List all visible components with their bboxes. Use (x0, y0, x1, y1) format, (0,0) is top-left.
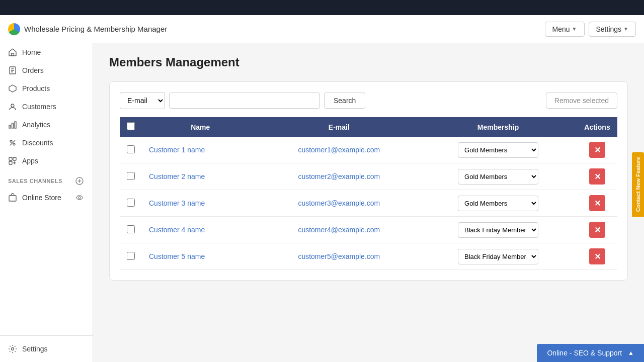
search-button[interactable]: Search (324, 93, 365, 109)
add-sales-channel-button[interactable] (74, 176, 85, 186)
sidebar-item-apps[interactable]: Apps (0, 152, 93, 170)
bottom-bar-label: Online - SEO & Support (547, 349, 622, 357)
sidebar-item-home[interactable]: Home (0, 43, 93, 61)
feedback-tab-label: Contact New Feature (635, 157, 641, 212)
sidebar-footer: Settings (0, 335, 93, 362)
actions-cell-0: ✕ (577, 137, 617, 163)
sidebar-item-label-customers: Customers (22, 103, 56, 111)
store-icon (8, 193, 17, 202)
sidebar-item-label-analytics: Analytics (22, 121, 50, 129)
menu-button[interactable]: Menu ▼ (545, 22, 585, 37)
sales-channels-section: SALES CHANNELS (0, 170, 93, 188)
top-bar (0, 0, 644, 15)
members-table: Name E-mail Membership Actions Customer … (120, 117, 617, 270)
online-store-eye-icon[interactable] (74, 193, 85, 203)
delete-button-2[interactable]: ✕ (589, 195, 605, 211)
customer-name-0[interactable]: Customer 1 name (142, 137, 259, 163)
customer-name-2[interactable]: Customer 3 name (142, 190, 259, 217)
members-card: E-mail Name Search Remove selected Name … (109, 81, 628, 281)
actions-column-header: Actions (577, 117, 617, 137)
settings-button[interactable]: Settings ▼ (589, 22, 636, 37)
row-checkbox-2[interactable] (127, 199, 135, 207)
customer-name-1[interactable]: Customer 2 name (142, 163, 259, 190)
membership-select-3[interactable]: Gold MembersBlack Friday MembersNone (458, 222, 538, 238)
delete-button-0[interactable]: ✕ (589, 142, 605, 158)
settings-label: Settings (596, 25, 622, 33)
svg-rect-0 (12, 53, 14, 56)
search-filter-select[interactable]: E-mail Name (120, 92, 165, 109)
discounts-icon (8, 138, 17, 147)
sidebar: Home Orders Products Customers Analytics… (0, 43, 93, 362)
online-store-actions (74, 193, 85, 203)
table-row: Customer 5 name customer5@example.com Go… (120, 243, 617, 270)
settings-chevron-icon: ▼ (623, 26, 628, 32)
membership-select-0[interactable]: Gold MembersBlack Friday MembersNone (458, 142, 538, 158)
actions-cell-1: ✕ (577, 163, 617, 190)
table-header-row: Name E-mail Membership Actions (120, 117, 617, 137)
customer-name-4[interactable]: Customer 5 name (142, 243, 259, 270)
svg-point-23 (12, 348, 14, 350)
sidebar-item-label-apps: Apps (22, 157, 38, 165)
membership-cell-4: Gold MembersBlack Friday MembersNone (419, 243, 577, 270)
row-checkbox-1[interactable] (127, 172, 135, 180)
actions-cell-4: ✕ (577, 243, 617, 270)
sidebar-item-analytics[interactable]: Analytics (0, 116, 93, 134)
membership-cell-0: Gold MembersBlack Friday MembersNone (419, 137, 577, 163)
customer-email-1: customer2@example.com (259, 163, 420, 190)
main-content: Members Management E-mail Name Search Re… (93, 43, 644, 362)
table-body: Customer 1 name customer1@example.com Go… (120, 137, 617, 270)
row-checkbox-cell-4 (120, 243, 142, 270)
search-bar: E-mail Name Search Remove selected (120, 92, 617, 109)
sidebar-item-orders[interactable]: Orders (0, 61, 93, 79)
online-store-item[interactable]: Online Store (0, 188, 93, 207)
svg-rect-8 (15, 122, 16, 128)
delete-button-3[interactable]: ✕ (589, 222, 605, 238)
home-icon (8, 48, 17, 57)
customer-email-2: customer3@example.com (259, 190, 420, 217)
svg-point-21 (76, 196, 83, 200)
svg-rect-13 (13, 157, 16, 160)
sidebar-item-label-products: Products (22, 84, 50, 93)
nav-items-container: Home Orders Products Customers Analytics… (0, 43, 93, 170)
customer-name-3[interactable]: Customer 4 name (142, 217, 259, 243)
sidebar-item-customers[interactable]: Customers (0, 98, 93, 116)
sidebar-item-discounts[interactable]: Discounts (0, 134, 93, 152)
bottom-bar-chevron-icon: ▲ (628, 349, 634, 356)
membership-cell-1: Gold MembersBlack Friday MembersNone (419, 163, 577, 190)
table-row: Customer 2 name customer2@example.com Go… (120, 163, 617, 190)
svg-point-10 (13, 143, 15, 145)
row-checkbox-cell-3 (120, 217, 142, 243)
svg-rect-14 (9, 161, 12, 164)
table-row: Customer 4 name customer4@example.com Go… (120, 217, 617, 243)
feedback-tab[interactable]: Contact New Feature (632, 152, 644, 217)
svg-line-11 (10, 140, 15, 145)
analytics-icon (8, 120, 17, 129)
delete-button-1[interactable]: ✕ (589, 168, 605, 185)
app-header: Wholesale Pricing & Membership Manager M… (0, 15, 644, 43)
delete-button-4[interactable]: ✕ (589, 248, 605, 264)
menu-chevron-icon: ▼ (572, 26, 577, 32)
products-icon (8, 84, 17, 93)
sidebar-item-label-orders: Orders (22, 66, 44, 74)
row-checkbox-3[interactable] (127, 225, 135, 233)
search-input[interactable] (169, 93, 320, 109)
name-column-header: Name (142, 117, 259, 137)
sidebar-item-settings[interactable]: Settings (0, 340, 93, 358)
app-header-right: Menu ▼ Settings ▼ (545, 22, 636, 37)
layout: Home Orders Products Customers Analytics… (0, 43, 644, 362)
app-title: Wholesale Pricing & Membership Manager (24, 25, 167, 33)
row-checkbox-4[interactable] (127, 252, 135, 260)
select-all-checkbox[interactable] (127, 122, 135, 130)
sidebar-item-products[interactable]: Products (0, 79, 93, 98)
membership-select-2[interactable]: Gold MembersBlack Friday MembersNone (458, 196, 538, 211)
page-title: Members Management (109, 55, 628, 69)
remove-selected-button[interactable]: Remove selected (546, 93, 617, 109)
bottom-bar[interactable]: Online - SEO & Support ▲ (537, 344, 644, 362)
sidebar-item-label-home: Home (22, 48, 41, 56)
membership-select-4[interactable]: Gold MembersBlack Friday MembersNone (458, 249, 538, 264)
settings-icon (8, 344, 17, 353)
settings-nav-label: Settings (22, 345, 48, 353)
row-checkbox-0[interactable] (127, 145, 135, 153)
membership-select-1[interactable]: Gold MembersBlack Friday MembersNone (458, 169, 538, 185)
table-header: Name E-mail Membership Actions (120, 117, 617, 137)
